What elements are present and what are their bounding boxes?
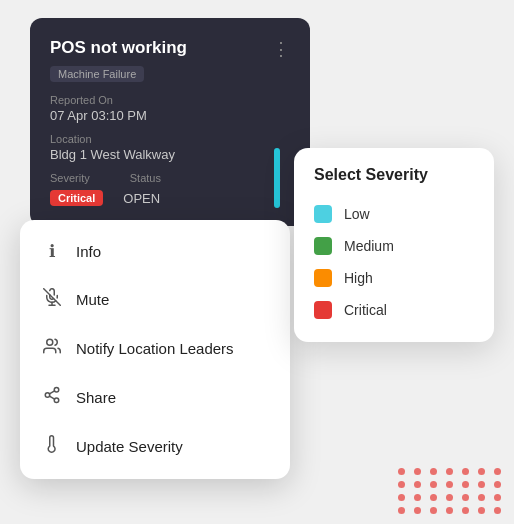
reported-value: 07 Apr 03:10 PM xyxy=(50,108,290,123)
status-column-label: Status xyxy=(130,172,161,184)
location-label: Location xyxy=(50,133,290,145)
menu-item-share[interactable]: Share xyxy=(20,373,290,422)
menu-label-info: Info xyxy=(76,243,101,260)
mute-icon xyxy=(42,288,62,311)
severity-column-label: Severity xyxy=(50,172,90,184)
severity-option-high[interactable]: High xyxy=(314,262,474,294)
context-menu: ℹ Info Mute Notify Location Leaders xyxy=(20,220,290,479)
menu-label-notify: Notify Location Leaders xyxy=(76,340,234,357)
svg-point-3 xyxy=(47,339,53,345)
low-color-dot xyxy=(314,205,332,223)
severity-label-low: Low xyxy=(344,206,370,222)
more-options-icon[interactable]: ⋮ xyxy=(272,38,290,60)
severity-selector: Select Severity Low Medium High Critical xyxy=(294,148,494,342)
thermometer-icon xyxy=(42,435,62,458)
medium-color-dot xyxy=(314,237,332,255)
svg-line-7 xyxy=(49,396,54,399)
menu-item-update-severity[interactable]: Update Severity xyxy=(20,422,290,471)
severity-option-medium[interactable]: Medium xyxy=(314,230,474,262)
menu-label-mute: Mute xyxy=(76,291,109,308)
info-icon: ℹ xyxy=(42,241,62,262)
severity-selector-title: Select Severity xyxy=(314,166,474,184)
menu-item-notify[interactable]: Notify Location Leaders xyxy=(20,324,290,373)
high-color-dot xyxy=(314,269,332,287)
severity-label-critical: Critical xyxy=(344,302,387,318)
menu-label-update-severity: Update Severity xyxy=(76,438,183,455)
menu-label-share: Share xyxy=(76,389,116,406)
status-text: OPEN xyxy=(123,191,160,206)
svg-line-8 xyxy=(49,391,54,394)
severity-label-high: High xyxy=(344,270,373,286)
severity-option-critical[interactable]: Critical xyxy=(314,294,474,326)
incident-card: ⋮ POS not working Machine Failure Report… xyxy=(30,18,310,226)
severity-badge: Critical xyxy=(50,190,103,206)
menu-item-mute[interactable]: Mute xyxy=(20,275,290,324)
incident-title: POS not working xyxy=(50,38,290,58)
share-icon xyxy=(42,386,62,409)
notify-icon xyxy=(42,337,62,360)
incident-tag: Machine Failure xyxy=(50,66,144,82)
critical-color-dot xyxy=(314,301,332,319)
reported-label: Reported On xyxy=(50,94,290,106)
menu-item-info[interactable]: ℹ Info xyxy=(20,228,290,275)
severity-label-medium: Medium xyxy=(344,238,394,254)
teal-accent-bar xyxy=(274,148,280,208)
dot-pattern-decoration xyxy=(398,468,504,514)
severity-option-low[interactable]: Low xyxy=(314,198,474,230)
location-value: Bldg 1 West Walkway xyxy=(50,147,290,162)
